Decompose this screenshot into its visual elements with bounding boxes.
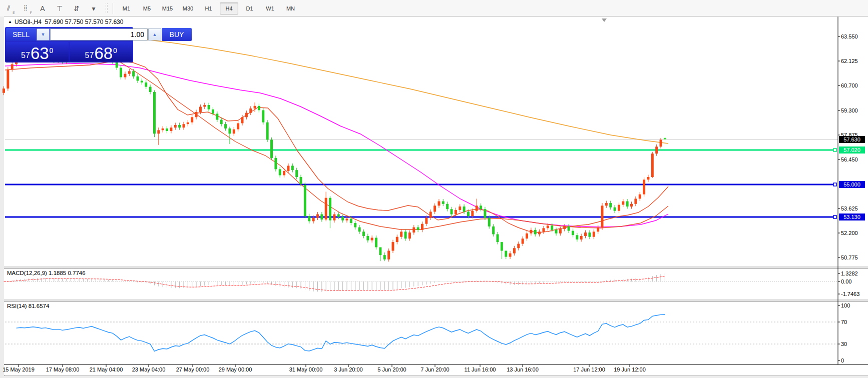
macd-indicator-label: MACD(12,26,9) 1.1885 0.7746 bbox=[7, 270, 86, 276]
candle-body bbox=[387, 250, 390, 259]
price-axis-label: 60.700 bbox=[841, 82, 866, 88]
candle-body bbox=[291, 166, 294, 170]
candle-body bbox=[300, 177, 302, 184]
candle-body bbox=[463, 206, 466, 212]
candle-body bbox=[547, 226, 549, 228]
macd-axis-label: 0.00 bbox=[841, 278, 866, 284]
candle-body bbox=[488, 218, 491, 226]
price-axis-label: 50.775 bbox=[841, 254, 866, 260]
time-axis-label: 3 Jun 20:00 bbox=[334, 366, 363, 372]
candle-body bbox=[517, 244, 520, 248]
time-axis-label: 5 Jun 20:00 bbox=[377, 366, 406, 372]
candle-body bbox=[480, 206, 482, 209]
candle-body bbox=[492, 226, 495, 234]
candle-body bbox=[254, 106, 256, 108]
candle-body bbox=[371, 238, 373, 240]
candle-body bbox=[170, 128, 172, 131]
candle-body bbox=[660, 140, 662, 146]
candle-body bbox=[145, 82, 147, 87]
candle-body bbox=[597, 228, 599, 232]
time-axis-label: 13 Jun 16:00 bbox=[507, 366, 539, 372]
candle-body bbox=[580, 236, 583, 240]
candle-body bbox=[137, 76, 139, 81]
candle-body bbox=[417, 228, 419, 230]
candle-body bbox=[501, 242, 503, 250]
candle-body bbox=[572, 231, 574, 236]
support-resistance-line-blue-1-handle[interactable] bbox=[833, 183, 836, 186]
candle-body bbox=[404, 232, 407, 238]
candle-body bbox=[287, 166, 289, 170]
buy-price-display[interactable]: 57 68 0 bbox=[70, 42, 133, 62]
candle-body bbox=[538, 232, 541, 234]
buy-button[interactable]: BUY bbox=[162, 28, 192, 41]
candle-body bbox=[174, 125, 177, 128]
candle-body bbox=[216, 114, 218, 120]
candle-body bbox=[400, 232, 402, 236]
candle-body bbox=[664, 138, 666, 139]
candle-body bbox=[626, 202, 629, 206]
time-axis-label: 7 Jun 20:00 bbox=[420, 366, 450, 372]
volume-increase-button[interactable]: ▲ bbox=[148, 28, 161, 40]
candle-body bbox=[643, 180, 645, 194]
candle-body bbox=[212, 110, 214, 114]
time-axis-label: 17 Jun 12:00 bbox=[573, 366, 605, 372]
candle-body bbox=[505, 250, 507, 256]
rsi-axis-label: 70 bbox=[841, 319, 866, 325]
candle-body bbox=[120, 68, 122, 77]
candle-body bbox=[7, 70, 9, 88]
sell-button[interactable]: SELL bbox=[6, 28, 36, 41]
candle-body bbox=[266, 122, 269, 140]
rsi-axis-label: 30 bbox=[841, 341, 866, 347]
candle-body bbox=[295, 170, 298, 177]
hline-tag-blue-2: 53.130 bbox=[839, 214, 865, 220]
candle-body bbox=[3, 88, 5, 93]
candle-body bbox=[116, 62, 118, 68]
candle-body bbox=[509, 254, 512, 257]
candle-body bbox=[408, 232, 411, 238]
candle-body bbox=[128, 71, 131, 74]
candle-body bbox=[274, 158, 277, 170]
candle-body bbox=[124, 74, 126, 78]
candle-body bbox=[383, 255, 386, 260]
collapse-arrow-icon[interactable]: ▲ bbox=[8, 20, 12, 24]
candle-body bbox=[141, 80, 143, 82]
candle-body bbox=[262, 110, 264, 122]
rsi-axis-label: 0 bbox=[841, 358, 866, 364]
candle-body bbox=[166, 128, 168, 131]
candle-body bbox=[220, 120, 223, 124]
candle-body bbox=[337, 214, 340, 217]
time-axis-label: 31 May 00:00 bbox=[289, 366, 323, 372]
candle-body bbox=[522, 238, 524, 244]
candle-body bbox=[513, 248, 516, 253]
candle-body bbox=[396, 237, 398, 242]
candle-body bbox=[647, 177, 649, 180]
price-axis-label: 59.300 bbox=[841, 108, 866, 114]
candle-body bbox=[312, 218, 315, 222]
support-resistance-line-green-handle[interactable] bbox=[833, 148, 836, 152]
candle-body bbox=[601, 206, 603, 227]
ohlc-values: 57.690 57.750 57.570 57.630 bbox=[45, 18, 124, 26]
candle-body bbox=[350, 218, 352, 223]
sell-price-display[interactable]: 57 63 0 bbox=[6, 42, 69, 62]
macd-axis-label: -1.7463 bbox=[841, 291, 866, 297]
candle-body bbox=[446, 204, 449, 209]
volume-input[interactable] bbox=[50, 28, 148, 40]
candle-body bbox=[584, 232, 587, 236]
candle-body bbox=[270, 140, 273, 158]
candle-body bbox=[496, 234, 499, 242]
hline-tag-blue-1: 55.000 bbox=[839, 181, 865, 188]
candle-body bbox=[588, 232, 591, 237]
time-axis-label: 15 May 2019 bbox=[3, 366, 35, 372]
candle-body bbox=[203, 105, 206, 106]
chart-title: ▲USOil-,H4 57.690 57.750 57.570 57.630 bbox=[8, 18, 123, 26]
support-resistance-line-blue-2-handle[interactable] bbox=[833, 216, 836, 218]
candle-body bbox=[249, 108, 252, 113]
candle-body bbox=[442, 202, 445, 204]
candle-body bbox=[341, 217, 344, 220]
one-click-trading-panel: SELL ▼ ▲ BUY 57 63 0 57 68 0 bbox=[5, 27, 133, 62]
rsi-indicator-label: RSI(14) 81.6574 bbox=[7, 303, 49, 309]
price-axis-label: 53.625 bbox=[841, 206, 866, 212]
volume-decrease-button[interactable]: ▼ bbox=[37, 28, 50, 40]
candle-body bbox=[308, 216, 310, 221]
candle-body bbox=[333, 214, 335, 220]
